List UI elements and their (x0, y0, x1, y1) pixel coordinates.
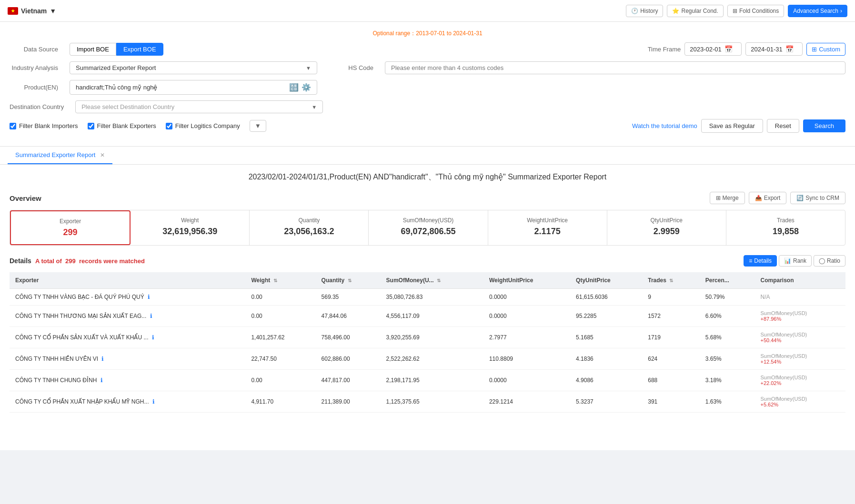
stat-trades: Trades 19,858 (726, 210, 845, 245)
company-info-icon[interactable]: ℹ (152, 334, 154, 341)
records-count: 299 (65, 257, 76, 265)
reset-button[interactable]: Reset (767, 119, 799, 133)
product-input[interactable]: handicraft;Thủ công mỹ nghệ 🔠 ⚙️ (70, 80, 317, 95)
star-icon: ⭐ (672, 8, 679, 14)
stat-quantity-label: Quantity (257, 217, 361, 224)
col-weight-unit-price: WeightUnitPrice (483, 272, 570, 289)
filter-blank-exporters[interactable]: Filter Blank Exporters (88, 122, 156, 129)
cell-comparison: SumOfMoney(USD)+12.54% (754, 348, 845, 370)
cell-comparison: SumOfMoney(USD)+5.62% (754, 391, 845, 413)
cell-sum-money: 3,920,255.69 (381, 327, 483, 348)
hs-code-label: HS Code (325, 64, 377, 71)
cell-qty-unit-price: 95.2285 (570, 306, 642, 327)
merge-icon: ⊞ (716, 195, 721, 201)
advanced-search-button[interactable]: Advanced Search › (788, 5, 847, 17)
company-info-icon[interactable]: ℹ (152, 398, 155, 405)
hs-code-input[interactable] (385, 61, 845, 74)
company-info-icon[interactable]: ℹ (101, 377, 103, 384)
stat-wup-value: 2.1175 (496, 227, 599, 237)
company-info-icon[interactable]: ℹ (101, 356, 104, 362)
custom-button[interactable]: ⊞ Custom (806, 43, 845, 56)
date-to-value: 2024-01-31 (751, 46, 783, 53)
tab-close-icon[interactable]: ✕ (100, 152, 105, 158)
table-row: CÔNG TY CỔ PHẦN SẢN XUẤT VÀ XUẤT KHẨU ..… (10, 327, 845, 348)
cell-weight: 22,747.50 (245, 348, 315, 370)
import-boe-button[interactable]: Import BOE (70, 43, 116, 56)
dest-country-select[interactable]: Please select Destination Country ▼ (75, 100, 323, 113)
col-quantity[interactable]: Quantity ⇅ (316, 272, 381, 289)
cell-quantity: 447,817.00 (316, 370, 381, 391)
cell-exporter: CÔNG TY TNHH CHUNG ĐỈNH ℹ (10, 370, 245, 391)
cell-comparison: N/A (754, 289, 845, 306)
col-trades[interactable]: Trades ⇅ (642, 272, 699, 289)
cell-sum-money: 4,556,117.09 (381, 306, 483, 327)
cell-weight: 0.00 (245, 370, 315, 391)
stat-weight: Weight 32,619,956.39 (131, 210, 250, 245)
cell-qty-unit-price: 4.1836 (570, 348, 642, 370)
sync-crm-button[interactable]: 🔄 Sync to CRM (790, 192, 845, 204)
cell-comparison: SumOfMoney(USD)+87.96% (754, 306, 845, 327)
cell-sum-money: 35,080,726.83 (381, 289, 483, 306)
cell-exporter: CÔNG TY TNHH THƯƠNG MẠI SẢN XUẤT EAG... … (10, 306, 245, 327)
tab-label: Summarized Exporter Report (15, 151, 95, 158)
col-sum-money[interactable]: SumOfMoney(U... ⇅ (381, 272, 483, 289)
stat-qup-label: QtyUnitPrice (615, 217, 718, 224)
cell-weight: 4,911.70 (245, 391, 315, 413)
industry-select[interactable]: Summarized Exporter Report ▼ (70, 61, 317, 74)
time-frame-label: Time Frame (648, 46, 681, 53)
cell-quantity: 758,496.00 (316, 327, 381, 348)
cell-percent: 3.18% (700, 370, 755, 391)
tab-summarized-exporter[interactable]: Summarized Exporter Report ✕ (8, 147, 112, 164)
details-title: Details (10, 257, 31, 265)
details-count: A total of 299 records were matched (35, 257, 145, 265)
rank-icon: 📊 (784, 257, 791, 264)
save-regular-button[interactable]: Save as Regular (701, 119, 763, 133)
col-weight[interactable]: Weight ⇅ (245, 272, 315, 289)
date-to-input[interactable]: 2024-01-31 📅 (745, 42, 803, 56)
search-button[interactable]: Search (803, 119, 845, 132)
stat-weight-value: 32,619,956.39 (138, 227, 241, 237)
date-from-value: 2023-02-01 (690, 46, 722, 53)
table-row: CÔNG TY TNHH THƯƠNG MẠI SẢN XUẤT EAG... … (10, 306, 845, 327)
view-details-button[interactable]: ≡ Details (744, 255, 777, 267)
cell-trades: 9 (642, 289, 699, 306)
company-info-icon[interactable]: ℹ (150, 313, 152, 319)
chevron-down-icon-industry: ▼ (306, 65, 311, 71)
cell-trades: 1719 (642, 327, 699, 348)
view-rank-button[interactable]: 📊 Rank (779, 255, 812, 267)
dest-country-label: Destination Country (10, 103, 68, 110)
merge-button[interactable]: ⊞ Merge (710, 192, 745, 204)
cell-weight-unit-price: 0.0000 (483, 370, 570, 391)
info-icon[interactable]: ⚙️ (302, 83, 311, 92)
stat-sum-money-label: SumOfMoney(USD) (376, 217, 480, 224)
stat-exporter-value: 299 (19, 227, 122, 237)
fold-conditions-button[interactable]: ⊞ Fold Conditions (727, 5, 784, 17)
translate-icon[interactable]: 🔠 (289, 83, 299, 92)
collapse-button[interactable]: ▼ (250, 120, 266, 132)
cell-comparison: SumOfMoney(USD)+50.44% (754, 327, 845, 348)
export-boe-button[interactable]: Export BOE (116, 43, 163, 56)
search-row-1: Data Source Import BOE Export BOE Time F… (10, 42, 845, 56)
search-row-4: Destination Country Please select Destin… (10, 100, 845, 113)
cell-quantity: 569.35 (316, 289, 381, 306)
cell-percent: 1.63% (700, 391, 755, 413)
cell-weight: 0.00 (245, 289, 315, 306)
country-selector[interactable]: Vietnam ▼ (8, 7, 56, 15)
filter-blank-importers[interactable]: Filter Blank Importers (10, 122, 78, 129)
view-ratio-button[interactable]: ◯ Ratio (814, 255, 845, 267)
cell-weight-unit-price: 229.1214 (483, 391, 570, 413)
regular-cond-button[interactable]: ⭐ Regular Cond. (667, 5, 723, 17)
stat-quantity-value: 23,056,163.2 (257, 227, 361, 237)
export-icon: 📤 (755, 195, 762, 201)
history-button[interactable]: 🕐 History (626, 5, 663, 17)
filter-row: Filter Blank Importers Filter Blank Expo… (10, 120, 266, 132)
filter-logistics[interactable]: Filter Logitics Company (166, 122, 240, 129)
col-comparison: Comparison (754, 272, 845, 289)
export-button[interactable]: 📤 Export (749, 192, 787, 204)
date-from-input[interactable]: 2023-02-01 📅 (684, 42, 742, 56)
overview-header: Overview ⊞ Merge 📤 Export 🔄 Sync to CRM (10, 192, 845, 204)
cell-percent: 50.79% (700, 289, 755, 306)
tutorial-link[interactable]: Watch the tutorial demo (632, 122, 697, 129)
stat-qty-unit-price: QtyUnitPrice 2.9959 (607, 210, 726, 245)
company-info-icon[interactable]: ℹ (148, 294, 150, 300)
